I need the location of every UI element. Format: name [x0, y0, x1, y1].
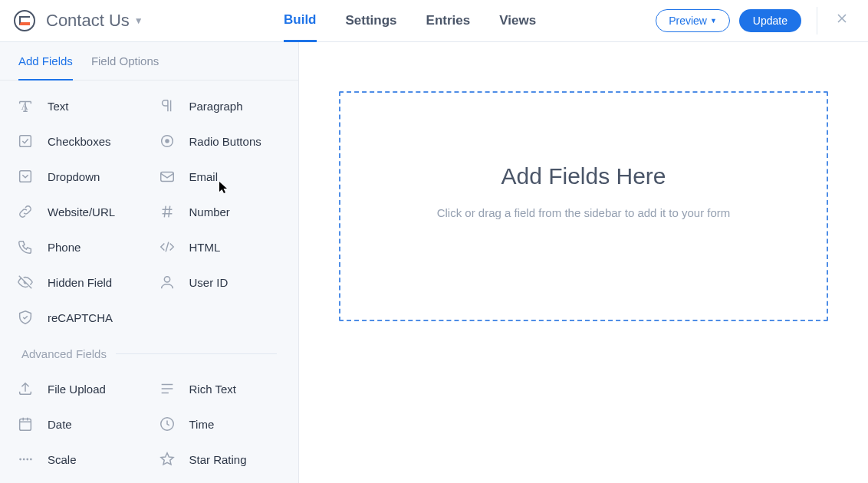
svg-text:A: A — [21, 101, 29, 112]
close-button[interactable] — [830, 8, 854, 34]
field-time[interactable]: Time — [150, 406, 291, 442]
svg-point-6 — [164, 277, 169, 282]
field-paragraph[interactable]: Paragraph — [150, 88, 291, 123]
main-area: Add Fields Field Options ATextParagraphC… — [0, 42, 868, 483]
svg-rect-4 — [20, 171, 31, 182]
dropzone-title: Add Fields Here — [501, 163, 666, 189]
field-label: Website/URL — [48, 205, 115, 219]
chevron-down-icon: ▼ — [710, 17, 717, 25]
svg-rect-5 — [160, 172, 173, 182]
field-upload[interactable]: File Upload — [8, 371, 150, 406]
text-icon: A — [17, 97, 34, 114]
field-label: Date — [48, 418, 72, 431]
chevron-down-icon: ▼ — [134, 15, 143, 26]
nav-entries[interactable]: Entries — [426, 0, 471, 41]
field-scale[interactable]: Scale — [8, 442, 150, 477]
paragraph-icon — [159, 97, 176, 114]
field-label: File Upload — [48, 383, 106, 396]
field-text[interactable]: AText — [8, 88, 150, 123]
field-label: Text — [48, 100, 69, 113]
field-code[interactable]: HTML — [150, 229, 291, 264]
hidden-icon — [17, 274, 34, 291]
scale-icon — [17, 451, 34, 468]
field-label: Checkboxes — [48, 135, 111, 148]
field-email[interactable]: Email — [150, 159, 291, 194]
form-canvas: Add Fields Here Click or drag a field fr… — [299, 42, 868, 483]
field-link[interactable]: Website/URL — [8, 194, 150, 229]
field-shield[interactable]: reCAPTCHA — [8, 300, 150, 335]
phone-icon — [17, 238, 34, 255]
advanced-fields-grid: File UploadRich TextDateTimeScaleStar Ra… — [0, 363, 298, 481]
main-nav: Build Settings Entries Views — [284, 0, 536, 41]
field-hidden[interactable]: Hidden Field — [8, 264, 150, 300]
close-icon — [834, 11, 850, 26]
field-dropdown[interactable]: Dropdown — [8, 159, 150, 194]
richtext-icon — [159, 380, 176, 397]
svg-rect-1 — [20, 136, 31, 147]
field-star[interactable]: Star Rating — [150, 442, 291, 477]
hash-icon — [159, 203, 176, 220]
svg-point-11 — [26, 458, 28, 461]
field-user[interactable]: User ID — [150, 264, 291, 300]
advanced-fields-header: Advanced Fields — [0, 340, 298, 363]
upload-icon — [17, 380, 34, 397]
field-label: Dropdown — [48, 170, 100, 183]
field-date[interactable]: Date — [8, 406, 150, 442]
field-label: Time — [189, 418, 215, 431]
dropzone[interactable]: Add Fields Here Click or drag a field fr… — [339, 91, 828, 321]
field-label: Scale — [48, 453, 77, 466]
svg-rect-7 — [20, 419, 31, 431]
radio-icon — [159, 133, 176, 150]
field-label: Star Rating — [189, 453, 247, 466]
field-radio[interactable]: Radio Buttons — [150, 123, 291, 159]
tab-add-fields[interactable]: Add Fields — [18, 43, 73, 80]
app-logo — [14, 10, 35, 31]
field-hash[interactable]: Number — [150, 194, 291, 229]
link-icon — [17, 203, 34, 220]
field-label: Paragraph — [189, 100, 243, 113]
svg-point-9 — [19, 458, 21, 461]
dropdown-icon — [17, 168, 34, 185]
field-label: Hidden Field — [48, 276, 112, 289]
field-label: User ID — [189, 276, 229, 289]
user-icon — [159, 274, 176, 291]
time-icon — [159, 416, 176, 432]
svg-point-12 — [30, 458, 32, 461]
svg-point-10 — [23, 458, 25, 461]
dropzone-subtitle: Click or drag a field from the sidebar t… — [437, 206, 731, 219]
field-richtext[interactable]: Rich Text — [150, 371, 291, 406]
field-label: reCAPTCHA — [48, 311, 113, 324]
field-label: Radio Buttons — [189, 135, 261, 148]
tab-field-options[interactable]: Field Options — [91, 42, 159, 80]
field-label: Email — [189, 170, 219, 183]
nav-settings[interactable]: Settings — [346, 0, 397, 41]
date-icon — [17, 416, 34, 432]
code-icon — [159, 238, 176, 255]
form-title: Contact Us — [46, 11, 130, 31]
field-label: Rich Text — [189, 383, 236, 396]
form-title-dropdown[interactable]: Contact Us ▼ — [46, 11, 143, 31]
checkbox-icon — [17, 133, 34, 150]
field-label: Phone — [48, 241, 81, 254]
sidebar-tabs: Add Fields Field Options — [0, 42, 298, 80]
field-label: Number — [189, 205, 230, 219]
field-phone[interactable]: Phone — [8, 229, 150, 264]
header-actions: Preview ▼ Update — [656, 7, 854, 34]
app-header: Contact Us ▼ Build Settings Entries View… — [0, 0, 868, 42]
preview-button[interactable]: Preview ▼ — [656, 9, 730, 32]
shield-icon — [17, 309, 34, 326]
nav-views[interactable]: Views — [499, 0, 536, 41]
update-button[interactable]: Update — [739, 9, 801, 32]
divider — [817, 7, 817, 34]
sidebar: Add Fields Field Options ATextParagraphC… — [0, 42, 299, 483]
star-icon — [159, 451, 176, 468]
email-icon — [159, 168, 176, 185]
field-label: HTML — [189, 241, 221, 254]
field-checkbox[interactable]: Checkboxes — [8, 123, 150, 159]
basic-fields-grid: ATextParagraphCheckboxesRadio ButtonsDro… — [0, 80, 298, 340]
nav-build[interactable]: Build — [284, 1, 317, 42]
svg-point-3 — [165, 139, 169, 143]
